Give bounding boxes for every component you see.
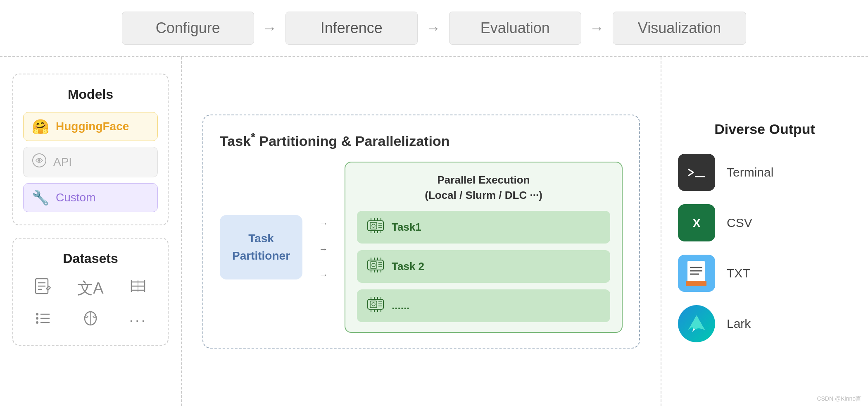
- parallel-exec-box: Parallel Execution(Local / Slurm / DLC ·…: [345, 162, 623, 333]
- connector-arrows: → → →: [319, 214, 328, 280]
- svg-point-22: [372, 224, 375, 227]
- gpu-icon-1: [367, 218, 385, 236]
- main-content: Models 🤗 HuggingFace API: [0, 57, 868, 406]
- svg-rect-62: [685, 163, 708, 182]
- terminal-label: Terminal: [727, 165, 773, 179]
- api-label: API: [53, 155, 72, 169]
- svg-rect-49: [370, 301, 377, 308]
- ds-icon-data: [128, 276, 148, 300]
- output-title: Diverse Output: [678, 121, 851, 137]
- csv-label: CSV: [727, 216, 752, 230]
- partition-title: Task* Partitioning & Parallelization: [220, 130, 623, 149]
- parallel-exec-title: Parallel Execution(Local / Slurm / DLC ·…: [357, 172, 610, 203]
- svg-text:X: X: [693, 217, 701, 229]
- gpu-icon-3: [367, 297, 385, 315]
- output-list: Terminal X CSV: [678, 154, 851, 342]
- gpu-icon-2: [367, 258, 385, 275]
- svg-rect-71: [686, 281, 706, 286]
- output-terminal: Terminal: [678, 154, 851, 191]
- step-configure[interactable]: Configure: [122, 12, 254, 45]
- models-card: Models 🤗 HuggingFace API: [12, 74, 169, 225]
- task-item-1: Task1: [357, 211, 610, 244]
- lark-icon-box: [678, 305, 715, 342]
- svg-point-36: [372, 263, 375, 267]
- dataset-icon-grid: 文A: [23, 276, 158, 332]
- svg-rect-67: [687, 261, 705, 282]
- middle-column: Task* Partitioning & Parallelization Tas…: [182, 57, 661, 406]
- huggingface-label: HuggingFace: [56, 120, 129, 133]
- output-txt: TXT: [678, 255, 851, 292]
- ds-icon-edit: [33, 276, 53, 300]
- partition-parallelization-box: Task* Partitioning & Parallelization Tas…: [202, 115, 640, 349]
- model-huggingface[interactable]: 🤗 HuggingFace: [23, 112, 158, 141]
- task-item-2: Task 2: [357, 250, 610, 283]
- model-custom[interactable]: 🔧 Custom: [23, 183, 158, 212]
- svg-rect-21: [370, 222, 377, 229]
- ds-icon-more: ···: [129, 312, 147, 330]
- task-partitioner-label: TaskPartitioner: [232, 232, 290, 262]
- right-column: Diverse Output Terminal X: [661, 57, 868, 406]
- arrow-3: →: [581, 19, 613, 37]
- watermark: CSDN @Kinno言: [817, 395, 861, 403]
- partition-inner: TaskPartitioner → → → Parallel Execution…: [220, 162, 623, 333]
- step-evaluation[interactable]: Evaluation: [449, 12, 581, 45]
- svg-point-1: [38, 159, 40, 162]
- svg-point-17: [36, 321, 38, 324]
- arrow-to-task3: →: [319, 270, 328, 280]
- csv-icon-box: X: [678, 204, 715, 241]
- arrow-1: →: [254, 19, 285, 37]
- task-list: Task1: [357, 211, 610, 322]
- output-csv: X CSV: [678, 204, 851, 241]
- svg-point-16: [36, 317, 38, 320]
- task1-label: Task1: [392, 221, 421, 234]
- model-list: 🤗 HuggingFace API 🔧: [23, 112, 158, 212]
- datasets-title: Datasets: [23, 251, 158, 266]
- svg-point-50: [372, 303, 375, 306]
- task2-label: Task 2: [392, 260, 424, 273]
- task-item-3: ......: [357, 289, 610, 322]
- ds-icon-translate: 文A: [77, 278, 103, 299]
- arrow-2: →: [418, 19, 449, 37]
- output-lark: Lark: [678, 305, 851, 342]
- txt-icon-box: [678, 255, 715, 292]
- models-title: Models: [23, 87, 158, 102]
- pipeline-bar: Configure → Inference → Evaluation → Vis…: [0, 0, 868, 57]
- task-partitioner-box: TaskPartitioner: [220, 215, 302, 279]
- custom-icon: 🔧: [32, 189, 49, 206]
- step-inference[interactable]: Inference: [285, 12, 418, 45]
- api-icon: [32, 153, 47, 171]
- arrow-to-task1: →: [319, 218, 328, 229]
- step-visualization[interactable]: Visualization: [613, 12, 746, 45]
- svg-point-15: [36, 313, 38, 315]
- huggingface-emoji: 🤗: [32, 118, 49, 135]
- svg-rect-35: [370, 262, 377, 268]
- model-api[interactable]: API: [23, 147, 158, 177]
- custom-label: Custom: [56, 191, 95, 204]
- left-column: Models 🤗 HuggingFace API: [0, 57, 182, 406]
- terminal-icon-box: [678, 154, 715, 191]
- ds-icon-list: [33, 308, 53, 332]
- arrow-to-task2: →: [319, 244, 328, 255]
- txt-label: TXT: [727, 266, 750, 280]
- lark-label: Lark: [727, 317, 751, 331]
- ds-icon-brain: [81, 308, 100, 332]
- datasets-card: Datasets 文A: [12, 238, 169, 346]
- task3-label: ......: [392, 299, 409, 312]
